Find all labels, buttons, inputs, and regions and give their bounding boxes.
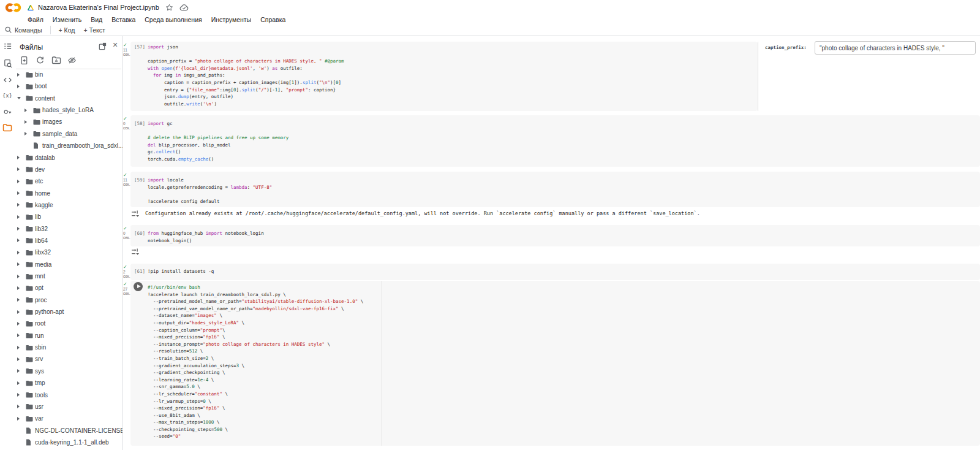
mount-drive-button[interactable]	[51, 56, 61, 66]
code-editor[interactable]: from huggingface_hub import notebook_log…	[148, 230, 264, 244]
chevron-right-icon[interactable]	[17, 191, 20, 195]
menu-item-view[interactable]: Вид	[89, 15, 104, 24]
tree-item-run[interactable]: run	[15, 330, 123, 341]
tree-item-proc[interactable]: proc	[15, 294, 123, 306]
tree-item-usr[interactable]: usr	[15, 401, 123, 413]
chevron-right-icon[interactable]	[17, 180, 20, 183]
execution-count[interactable]: [61]	[134, 268, 145, 275]
chevron-right-icon[interactable]	[24, 132, 27, 135]
chevron-right-icon[interactable]	[17, 85, 20, 88]
command-palette-button[interactable]: Команды	[4, 26, 42, 34]
chevron-right-icon[interactable]	[17, 369, 20, 373]
chevron-right-icon[interactable]	[17, 262, 20, 266]
code-editor[interactable]: import gc# delete the BLIP pipelines and…	[148, 120, 288, 163]
tree-item-root[interactable]: root	[15, 318, 123, 329]
tree-item-dev[interactable]: dev	[15, 164, 123, 175]
rail-variables-button[interactable]: {x}	[2, 90, 13, 101]
chevron-right-icon[interactable]	[17, 156, 20, 159]
tree-item-datalab[interactable]: datalab	[15, 152, 123, 164]
tree-item-libx32[interactable]: libx32	[15, 246, 123, 258]
star-icon[interactable]	[165, 4, 173, 12]
menu-item-insert[interactable]: Вставка	[110, 15, 137, 24]
chevron-right-icon[interactable]	[17, 381, 20, 385]
run-cell-button[interactable]	[134, 282, 143, 291]
tree-item-sys[interactable]: sys	[15, 365, 123, 377]
tree-item-lib32[interactable]: lib32	[15, 223, 123, 235]
chevron-right-icon[interactable]	[17, 275, 20, 278]
tree-item-media[interactable]: media	[15, 259, 123, 270]
execution-count[interactable]: [58]	[134, 120, 145, 128]
chevron-right-icon[interactable]	[24, 120, 27, 124]
chevron-right-icon[interactable]	[17, 310, 20, 314]
rail-table-of-contents-button[interactable]	[2, 40, 13, 51]
tree-item-train-dreambooth-lora-sdxl[interactable]: train_dreambooth_lora_sdxl...	[15, 140, 123, 151]
menu-item-tools[interactable]: Инструменты	[209, 15, 253, 24]
refresh-files-button[interactable]	[36, 56, 45, 66]
chevron-right-icon[interactable]	[17, 322, 20, 326]
tree-item-tools[interactable]: tools	[15, 389, 123, 401]
rail-find-and-replace-button[interactable]	[2, 58, 13, 69]
add-text-cell-button[interactable]: + Текст	[83, 26, 105, 34]
tree-item-ngc-dl-container-license[interactable]: NGC-DL-CONTAINER-LICENSE	[15, 425, 123, 437]
tree-item-var[interactable]: var	[15, 413, 123, 424]
execution-count[interactable]: [57]	[134, 44, 145, 51]
chevron-right-icon[interactable]	[17, 203, 20, 207]
code-editor[interactable]: !pip install datasets -q	[148, 268, 214, 275]
menu-item-edit[interactable]: Изменить	[51, 15, 83, 24]
execution-count[interactable]: [60]	[134, 230, 145, 237]
rail-secrets-button[interactable]	[2, 106, 13, 117]
chevron-right-icon[interactable]	[17, 251, 20, 254]
notebook-title[interactable]: Nazarova Ekaterina's Final Project.ipynb	[38, 4, 159, 11]
upload-file-button[interactable]	[20, 56, 29, 66]
menu-item-runtime[interactable]: Среда выполнения	[143, 15, 203, 24]
colab-logo-icon[interactable]	[5, 2, 21, 13]
chevron-down-icon[interactable]	[17, 97, 21, 99]
tree-item-bin[interactable]: bin	[15, 69, 123, 80]
chevron-right-icon[interactable]	[17, 286, 20, 290]
tree-item-hades-style-lora[interactable]: hades_style_LoRA	[15, 104, 123, 116]
code-editor[interactable]: import jsoncaption_prefix = "photo colla…	[148, 44, 344, 107]
chevron-right-icon[interactable]	[17, 167, 20, 171]
chevron-right-icon[interactable]	[17, 393, 20, 397]
menu-item-help[interactable]: Справка	[258, 15, 287, 24]
tree-item-kaggle[interactable]: kaggle	[15, 199, 123, 211]
chevron-right-icon[interactable]	[17, 334, 20, 337]
tree-item-cuda-keyring-1-1-1-all-deb[interactable]: cuda-keyring_1.1-1_all.deb	[15, 437, 123, 448]
chevron-right-icon[interactable]	[17, 346, 20, 349]
close-icon[interactable]: ×	[113, 40, 118, 50]
code-editor[interactable]: import localelocale.getpreferredencoding…	[148, 177, 272, 205]
toggle-hidden-files-button[interactable]	[67, 56, 77, 66]
caption-prefix-input[interactable]	[815, 41, 976, 55]
code-editor[interactable]: #!/usr/bin/env bash!accelerate launch tr…	[148, 284, 363, 440]
chevron-right-icon[interactable]	[17, 417, 20, 421]
chevron-right-icon[interactable]	[17, 73, 20, 77]
tree-item-lib[interactable]: lib	[15, 211, 123, 223]
chevron-right-icon[interactable]	[17, 298, 20, 302]
execution-count[interactable]: [59]	[134, 177, 145, 184]
menu-item-file[interactable]: Файл	[26, 15, 45, 24]
rail-code-snippets-button[interactable]	[2, 74, 13, 85]
chevron-right-icon[interactable]	[17, 215, 20, 219]
chevron-right-icon[interactable]	[17, 227, 20, 231]
tree-item-python-apt[interactable]: python-apt	[15, 306, 123, 318]
chevron-right-icon[interactable]	[17, 238, 20, 242]
tree-item-lib64[interactable]: lib64	[15, 235, 123, 246]
cloud-saved-icon[interactable]	[179, 4, 189, 11]
rail-files-button[interactable]	[2, 122, 13, 133]
tree-item-images[interactable]: images	[15, 116, 123, 128]
add-code-cell-button[interactable]: + Код	[59, 26, 75, 34]
tree-item-sample-data[interactable]: sample_data	[15, 128, 123, 140]
tree-item-home[interactable]: home	[15, 188, 123, 199]
chevron-right-icon[interactable]	[24, 109, 27, 112]
chevron-right-icon[interactable]	[17, 405, 20, 408]
tree-item-mnt[interactable]: mnt	[15, 270, 123, 282]
tree-item-content[interactable]: content	[15, 93, 123, 104]
popout-icon[interactable]	[98, 42, 107, 51]
tree-item-etc[interactable]: etc	[15, 175, 123, 187]
tree-item-srv[interactable]: srv	[15, 353, 123, 365]
tree-item-opt[interactable]: opt	[15, 282, 123, 294]
tree-item-sbin[interactable]: sbin	[15, 341, 123, 353]
tree-item-tmp[interactable]: tmp	[15, 377, 123, 389]
chevron-right-icon[interactable]	[17, 357, 20, 361]
tree-item-boot[interactable]: boot	[15, 80, 123, 92]
